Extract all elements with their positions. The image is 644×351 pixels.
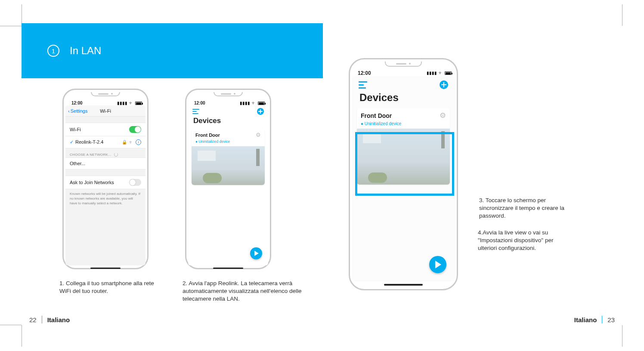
status-time: 12:00	[358, 70, 371, 76]
wifi-icon: ᯤ	[252, 101, 256, 105]
lock-icon: 🔒	[122, 140, 127, 145]
footer-lang: Italiano	[47, 316, 70, 323]
battery-icon	[445, 71, 452, 75]
home-indicator	[213, 268, 243, 269]
section-title: In LAN	[70, 45, 101, 57]
nav-title: Wi-Fi	[100, 108, 111, 114]
device-card[interactable]: Front Door ⚙ Uninitialized device	[192, 129, 265, 185]
signal-icon: ▮▮▮▮	[427, 71, 437, 75]
screen-title: Devices	[352, 90, 455, 108]
caption-step-4: 4.Avvia la live view o vai su "Impostazi…	[478, 229, 573, 252]
menu-icon[interactable]	[359, 81, 367, 89]
crop-mark	[622, 325, 622, 347]
phone-wifi-settings: 12:00 ▮▮▮▮ ᯤ ‹Settings Wi-Fi Wi-Fi ✓Reol…	[62, 89, 149, 269]
footer-left: 22 Italiano	[29, 316, 70, 323]
back-button[interactable]: ‹Settings	[68, 108, 87, 114]
page-number: 22	[29, 316, 37, 323]
other-label: Other...	[70, 161, 85, 166]
footer-right: Italiano 23	[574, 316, 615, 323]
wifi-icon: ᯤ	[129, 140, 133, 145]
check-icon: ✓	[70, 139, 74, 145]
screen-title: Devices	[188, 115, 268, 129]
status-bar: 12:00 ▮▮▮▮ ᯤ	[188, 101, 268, 105]
phone-reolink-app-large: 12:00 ▮▮▮▮ ᯤ Devices Front Door ⚙ Uninit…	[349, 58, 458, 290]
gear-icon[interactable]: ⚙	[440, 111, 446, 120]
crop-mark	[22, 4, 22, 26]
ask-join-note: Known networks will be joined automatica…	[65, 189, 146, 208]
choose-network-header: CHOOSE A NETWORK...	[65, 148, 146, 157]
device-card[interactable]: Front Door ⚙ Uninitialized device	[357, 108, 450, 185]
info-icon[interactable]: i	[136, 139, 141, 145]
crop-mark	[22, 325, 22, 347]
menu-icon[interactable]	[192, 109, 199, 114]
status-bar: 12:00 ▮▮▮▮ ᯤ	[65, 101, 146, 105]
home-indicator	[90, 268, 121, 269]
add-device-button[interactable]	[257, 108, 264, 115]
gear-icon[interactable]: ⚙	[256, 132, 261, 138]
play-button[interactable]	[429, 256, 446, 273]
device-status: Uninitialized device	[357, 121, 450, 129]
add-device-button[interactable]	[440, 80, 448, 89]
caption-step-1: 1. Collega il tuo smartphone alla rete W…	[59, 280, 156, 295]
wifi-toggle-switch[interactable]	[129, 126, 141, 133]
wifi-icon: ᯤ	[129, 101, 133, 105]
crop-mark	[0, 26, 22, 26]
phone-reolink-app-small: 12:00 ▮▮▮▮ ᯤ Devices Front Door ⚙ Uninit…	[185, 89, 271, 269]
device-name: Front Door	[361, 112, 392, 119]
caption-step-2: 2. Avvia l'app Reolink. La telecamera ve…	[183, 280, 312, 303]
status-bar: 12:00 ▮▮▮▮ ᯤ	[352, 70, 455, 76]
wifi-icon: ᯤ	[439, 71, 443, 75]
other-network-row[interactable]: Other...	[65, 157, 146, 169]
crop-mark	[622, 4, 622, 26]
status-time: 12:00	[194, 101, 205, 105]
caption-step-3: 3. Toccare lo schermo per sincronizzare …	[479, 197, 570, 220]
wifi-label: Wi-Fi	[70, 127, 81, 132]
signal-icon: ▮▮▮▮	[240, 101, 250, 105]
section-header: 1 In LAN	[22, 23, 323, 78]
footer-lang: Italiano	[574, 316, 597, 323]
page-spread: 1 In LAN 12:00 ▮▮▮▮ ᯤ ‹Settings Wi-Fi Wi…	[22, 26, 622, 325]
connected-network-row[interactable]: ✓Reolink-T-2.4 🔒 ᯤ i	[65, 136, 146, 148]
camera-thumbnail[interactable]	[357, 129, 450, 185]
device-status: Uninitialized device	[192, 139, 265, 146]
crop-mark	[0, 325, 22, 325]
battery-icon	[135, 102, 142, 105]
device-name: Front Door	[195, 132, 220, 138]
phone-notch	[214, 92, 243, 96]
page-number: 23	[607, 316, 615, 323]
play-button[interactable]	[250, 247, 262, 259]
spinner-icon	[114, 153, 118, 157]
phone-notch	[385, 62, 422, 67]
ask-join-row[interactable]: Ask to Join Networks	[65, 176, 146, 189]
footer-separator	[602, 316, 602, 323]
signal-icon: ▮▮▮▮	[117, 101, 127, 105]
ask-join-label: Ask to Join Networks	[70, 180, 114, 185]
phone-notch	[91, 92, 120, 96]
battery-icon	[258, 102, 265, 105]
chevron-left-icon: ‹	[68, 108, 70, 114]
status-time: 12:00	[71, 101, 83, 105]
step-number-badge: 1	[47, 45, 59, 57]
wifi-toggle-row[interactable]: Wi-Fi	[65, 123, 146, 136]
ask-join-toggle[interactable]	[129, 179, 141, 186]
home-indicator	[384, 284, 423, 286]
nav-bar: ‹Settings Wi-Fi	[65, 105, 146, 117]
camera-thumbnail[interactable]	[192, 146, 265, 185]
network-name: Reolink-T-2.4	[75, 139, 103, 145]
footer-separator	[42, 316, 42, 323]
